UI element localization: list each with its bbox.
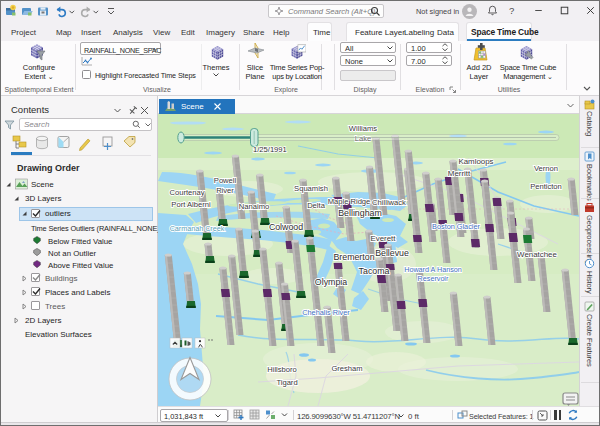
svg-text:Merritt: Merritt xyxy=(448,169,471,178)
svg-text:Port Alberni: Port Alberni xyxy=(171,200,211,209)
svg-text:Squamish: Squamish xyxy=(294,184,328,193)
svg-text:Chilliwack: Chilliwack xyxy=(372,198,406,207)
svg-text:Howard A Hanson: Howard A Hanson xyxy=(404,265,462,274)
svg-text:Colwood: Colwood xyxy=(269,222,303,232)
svg-text:Bellevue: Bellevue xyxy=(375,248,409,258)
svg-text:Tacoma: Tacoma xyxy=(359,266,390,276)
svg-text:Courtenay: Courtenay xyxy=(169,188,204,197)
svg-text:Chehalis River: Chehalis River xyxy=(302,308,350,317)
svg-text:1/25/1991: 1/25/1991 xyxy=(253,145,287,154)
svg-text:Powell: Powell xyxy=(214,176,237,185)
svg-text:Wenatchee: Wenatchee xyxy=(517,250,557,259)
svg-text:Boston Glacier: Boston Glacier xyxy=(432,222,480,231)
svg-text:Olympia: Olympia xyxy=(315,277,347,287)
svg-text:Gresham: Gresham xyxy=(331,364,362,373)
svg-text:Kamloops: Kamloops xyxy=(458,157,493,166)
svg-text:Bremerton: Bremerton xyxy=(333,252,374,262)
svg-text:Tigard: Tigard xyxy=(276,378,297,387)
svg-text:Penticton: Penticton xyxy=(530,182,562,191)
svg-text:Nanaimo: Nanaimo xyxy=(239,202,269,211)
svg-text:Williams: Williams xyxy=(349,124,377,133)
svg-text:Delta: Delta xyxy=(307,201,326,210)
svg-text:Maple Ridge: Maple Ridge xyxy=(328,197,371,206)
svg-text:Bellingham: Bellingham xyxy=(338,208,382,218)
svg-text:Carmanah Creek: Carmanah Creek xyxy=(170,224,225,233)
svg-text:Reservoir: Reservoir xyxy=(418,274,449,283)
svg-text:Everett: Everett xyxy=(371,234,397,243)
svg-text:Hillsboro: Hillsboro xyxy=(267,365,297,374)
svg-text:River: River xyxy=(216,186,234,195)
svg-text:Vernon: Vernon xyxy=(534,164,558,173)
